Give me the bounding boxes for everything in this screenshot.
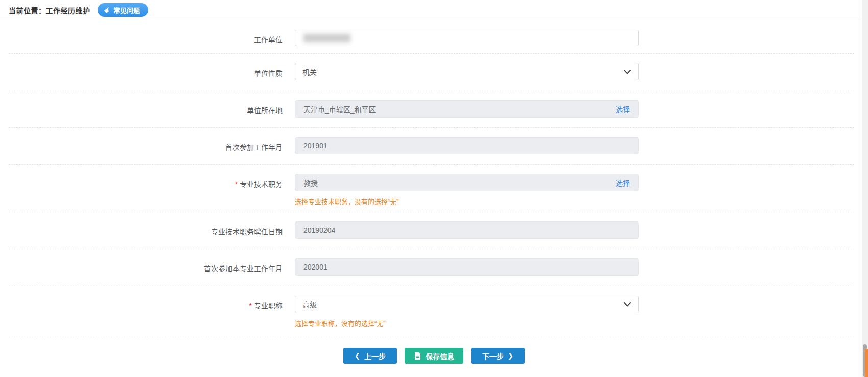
required-asterisk: * <box>235 180 238 188</box>
unit-location-choose-link[interactable]: 选择 <box>616 104 630 114</box>
tech-position-field: 教授 选择 <box>295 174 639 191</box>
first-work-date-field: 201901 <box>295 137 639 154</box>
chevron-left-icon: ❮ <box>355 352 360 359</box>
first-profession-date-value: 202001 <box>303 263 327 271</box>
tech-position-choose-link[interactable]: 选择 <box>616 178 630 188</box>
tech-position-hint: 选择专业技术职务，没有的选择“无” <box>295 196 639 206</box>
form-row-unit-nature: 单位性质 机关 <box>9 54 854 91</box>
chevron-down-icon <box>624 70 631 74</box>
scrollbar-thumb-orange[interactable] <box>865 349 868 377</box>
appointment-date-value: 20190204 <box>303 226 335 234</box>
unit-nature-value: 机关 <box>302 66 317 77</box>
first-work-date-label: 首次参加工作年月 <box>9 128 283 164</box>
previous-step-button[interactable]: ❮ 上一步 <box>343 348 397 364</box>
form-row-appointment-date: 专业技术职务聘任日期 20190204 <box>9 212 854 249</box>
chevron-right-icon: ❯ <box>508 352 513 359</box>
form-footer: ❮ 上一步 保存信息 下一步 ❯ <box>0 337 868 364</box>
document-icon <box>414 352 421 360</box>
save-info-button[interactable]: 保存信息 <box>405 348 463 364</box>
unit-location-label: 单位所在地 <box>9 91 283 127</box>
professional-title-label: 专业职称 <box>254 302 283 310</box>
save-info-label: 保存信息 <box>426 351 454 361</box>
previous-step-label: 上一步 <box>364 351 386 361</box>
vertical-scrollbar-track[interactable] <box>862 0 868 377</box>
tech-position-value: 教授 <box>303 178 318 188</box>
form-row-work-unit: 工作单位 <box>9 20 854 54</box>
form-row-tech-position: *专业技术职务 教授 选择 选择专业技术职务，没有的选择“无” <box>9 165 854 212</box>
chevron-down-icon <box>624 302 631 307</box>
first-profession-date-label: 首次参加本专业工作年月 <box>9 249 283 286</box>
form-row-professional-title: *专业职称 高级 选择专业职称，没有的选择“无” <box>9 286 854 337</box>
form-row-first-profession-date: 首次参加本专业工作年月 202001 <box>9 249 854 286</box>
first-profession-date-field: 202001 <box>295 258 639 276</box>
unit-nature-select[interactable]: 机关 <box>295 63 639 80</box>
next-step-label: 下一步 <box>482 351 504 361</box>
unit-location-value: 天津市_市辖区_和平区 <box>303 104 376 114</box>
professional-title-value: 高级 <box>302 299 317 309</box>
tech-position-label: 专业技术职务 <box>240 180 283 188</box>
work-unit-label: 工作单位 <box>9 20 283 53</box>
pointing-hand-icon: ☛ <box>102 5 112 15</box>
professional-title-hint: 选择专业职称，没有的选择“无” <box>295 318 639 328</box>
work-experience-form: 工作单位 单位性质 机关 单位所在地 <box>0 20 868 364</box>
first-work-date-value: 201901 <box>303 142 327 150</box>
breadcrumb-bar: 当前位置：工作经历维护 ☛ 常见问题 <box>0 0 868 20</box>
page: 当前位置：工作经历维护 ☛ 常见问题 工作单位 单位性质 机关 <box>0 0 868 377</box>
work-unit-redacted-value <box>303 34 350 42</box>
professional-title-select[interactable]: 高级 <box>295 296 639 313</box>
unit-nature-label: 单位性质 <box>9 54 283 91</box>
appointment-date-label: 专业技术职务聘任日期 <box>9 212 283 249</box>
form-row-first-work-date: 首次参加工作年月 201901 <box>9 128 854 165</box>
work-unit-input[interactable] <box>295 30 639 46</box>
required-asterisk: * <box>249 302 252 310</box>
unit-location-field: 天津市_市辖区_和平区 选择 <box>295 100 639 118</box>
faq-button-label: 常见问题 <box>113 5 140 15</box>
appointment-date-field: 20190204 <box>295 221 639 239</box>
breadcrumb: 当前位置：工作经历维护 <box>9 5 90 15</box>
form-row-unit-location: 单位所在地 天津市_市辖区_和平区 选择 <box>9 91 854 128</box>
next-step-button[interactable]: 下一步 ❯ <box>471 348 525 364</box>
faq-button[interactable]: ☛ 常见问题 <box>98 3 148 17</box>
